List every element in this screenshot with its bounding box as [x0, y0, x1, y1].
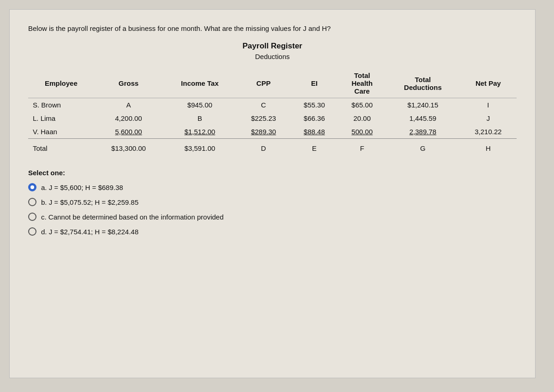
cell-gross: 5,600.00: [94, 125, 163, 139]
col-header-gross: Gross: [94, 69, 163, 98]
cell-employee: L. Lima: [28, 112, 94, 125]
radio-b[interactable]: [28, 198, 36, 206]
cell-total_health_care: $65.00: [338, 98, 386, 112]
cell-total_health_care: 20.00: [338, 112, 386, 125]
total-cell-net_pay: H: [460, 139, 517, 155]
col-header-ei: EI: [290, 69, 338, 98]
total-row: Total$13,300.00$3,591.00DEFGH: [28, 139, 517, 155]
payroll-table: Employee Gross Income Tax CPP EI TotalHe…: [28, 69, 517, 155]
options-list: a. J = $5,600; H = $689.38b. J = $5,075.…: [28, 183, 517, 236]
option-label-b: b. J = $5,075.52; H = $2,259.85: [41, 198, 138, 206]
cell-ei: $66.36: [290, 112, 338, 125]
option-c[interactable]: c. Cannot be determined based on the inf…: [28, 213, 517, 221]
cell-ei: $88.48: [290, 125, 338, 139]
option-b[interactable]: b. J = $5,075.52; H = $2,259.85: [28, 198, 517, 206]
total-cell-total_health_care: F: [338, 139, 386, 155]
option-label-a: a. J = $5,600; H = $689.38: [41, 184, 123, 191]
total-cell-ei: E: [290, 139, 338, 155]
col-header-employee: Employee: [28, 69, 94, 98]
cell-income_tax: B: [163, 112, 236, 125]
cell-net_pay: J: [460, 112, 517, 125]
select-label: Select one:: [28, 169, 517, 177]
table-row: V. Haan5,600.00$1,512.00$289.30$88.48500…: [28, 125, 517, 139]
cell-net_pay: 3,210.22: [460, 125, 517, 139]
deductions-title: Deductions: [28, 53, 517, 60]
option-label-d: d. J = $2,754.41; H = $8,224.48: [41, 228, 138, 236]
col-header-total-health-care: TotalHealthCare: [338, 69, 386, 98]
radio-c[interactable]: [28, 213, 36, 221]
col-header-cpp: CPP: [236, 69, 290, 98]
option-a[interactable]: a. J = $5,600; H = $689.38: [28, 183, 517, 191]
table-row: L. Lima4,200.00B$225.23$66.3620.001,445.…: [28, 112, 517, 125]
cell-cpp: $225.23: [236, 112, 290, 125]
option-label-c: c. Cannot be determined based on the inf…: [41, 213, 223, 221]
cell-ei: $55.30: [290, 98, 338, 112]
page-container: Below is the payroll register of a busin…: [9, 9, 536, 378]
cell-employee: S. Brown: [28, 98, 94, 112]
total-cell-cpp: D: [236, 139, 290, 155]
cell-cpp: C: [236, 98, 290, 112]
cell-gross: A: [94, 98, 163, 112]
table-row: S. BrownA$945.00C$55.30$65.00$1,240.15I: [28, 98, 517, 112]
radio-d[interactable]: [28, 227, 36, 236]
cell-net_pay: I: [460, 98, 517, 112]
cell-income_tax: $945.00: [163, 98, 236, 112]
cell-income_tax: $1,512.00: [163, 125, 236, 139]
cell-total_deductions: 1,445.59: [386, 112, 460, 125]
col-header-net-pay: Net Pay: [460, 69, 517, 98]
cell-total_deductions: $1,240.15: [386, 98, 460, 112]
cell-total_deductions: 2,389.78: [386, 125, 460, 139]
cell-employee: V. Haan: [28, 125, 94, 139]
total-cell-income_tax: $3,591.00: [163, 139, 236, 155]
question-text: Below is the payroll register of a busin…: [28, 24, 517, 33]
total-cell-total_deductions: G: [386, 139, 460, 155]
cell-total_health_care: 500.00: [338, 125, 386, 139]
cell-gross: 4,200.00: [94, 112, 163, 125]
col-header-total-deductions: TotalDeductions: [386, 69, 460, 98]
total-cell-label: Total: [28, 139, 94, 155]
option-d[interactable]: d. J = $2,754.41; H = $8,224.48: [28, 227, 517, 236]
cell-cpp: $289.30: [236, 125, 290, 139]
total-cell-gross: $13,300.00: [94, 139, 163, 155]
radio-a[interactable]: [28, 183, 36, 191]
register-title: Payroll Register: [28, 42, 517, 51]
col-header-income-tax: Income Tax: [163, 69, 236, 98]
